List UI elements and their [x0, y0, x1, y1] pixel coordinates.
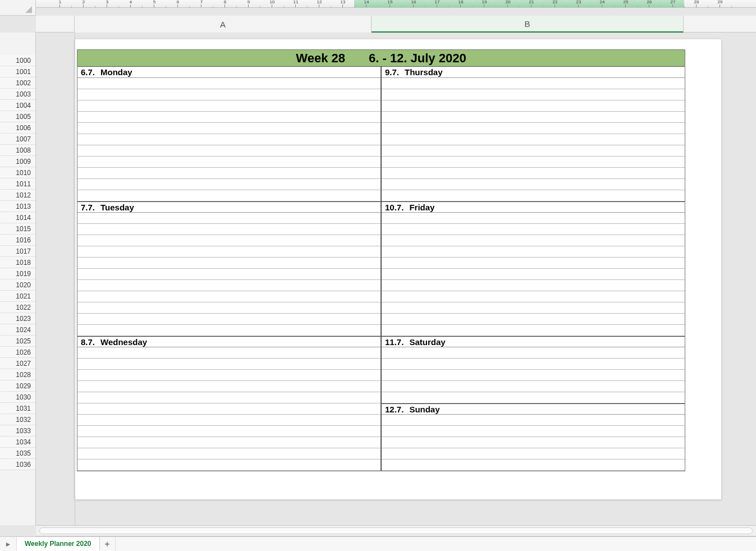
planner-slot[interactable] — [77, 145, 381, 157]
planner-slot[interactable] — [382, 426, 685, 437]
planner-slot[interactable] — [77, 403, 381, 415]
planner-slot[interactable] — [77, 381, 381, 392]
row-header[interactable]: 1020 — [0, 279, 35, 291]
planner-slot[interactable] — [77, 157, 381, 168]
row-header[interactable]: 1001 — [0, 66, 35, 77]
planner-slot[interactable] — [77, 235, 381, 246]
planner-slot[interactable] — [382, 235, 685, 246]
horizontal-scrollbar[interactable] — [36, 525, 756, 536]
planner-slot[interactable] — [77, 258, 381, 269]
planner-slot[interactable] — [382, 415, 685, 426]
planner-slot[interactable] — [382, 134, 685, 145]
planner-slot[interactable] — [382, 460, 685, 471]
row-header[interactable]: 1028 — [0, 369, 35, 380]
planner-slot[interactable] — [77, 179, 381, 190]
planner-slot[interactable] — [382, 448, 685, 460]
planner-slot[interactable] — [77, 302, 381, 314]
row-header[interactable]: 1023 — [0, 313, 35, 324]
row-header[interactable]: 1032 — [0, 414, 35, 425]
planner-slot[interactable] — [382, 314, 685, 325]
row-header[interactable]: 1036 — [0, 459, 35, 470]
row-header[interactable]: 1010 — [0, 167, 35, 178]
planner-slot[interactable] — [77, 426, 381, 437]
planner-slot[interactable] — [382, 246, 685, 258]
row-header[interactable]: 1022 — [0, 302, 35, 313]
planner-slot[interactable] — [77, 246, 381, 258]
row-header[interactable]: 1018 — [0, 257, 35, 268]
row-header[interactable]: 1035 — [0, 448, 35, 459]
row-header[interactable]: 1007 — [0, 134, 35, 145]
planner-slot[interactable] — [77, 325, 381, 336]
planner-slot[interactable] — [77, 437, 381, 448]
planner-slot[interactable] — [77, 359, 381, 370]
planner-slot[interactable] — [382, 302, 685, 314]
planner-slot[interactable] — [382, 370, 685, 381]
row-header[interactable]: 1015 — [0, 223, 35, 235]
planner-slot[interactable] — [77, 134, 381, 145]
row-header[interactable]: 1017 — [0, 246, 35, 257]
planner-slot[interactable] — [77, 168, 381, 179]
planner-slot[interactable] — [382, 392, 685, 403]
row-header[interactable]: 1002 — [0, 77, 35, 89]
planner-slot[interactable] — [382, 359, 685, 370]
tab-nav-button[interactable]: ► — [0, 537, 17, 551]
planner-slot[interactable] — [77, 291, 381, 302]
sheet-tab-active[interactable]: Weekly Planner 2020 — [17, 537, 100, 551]
planner-slot[interactable] — [77, 415, 381, 426]
planner-slot[interactable] — [382, 258, 685, 269]
planner-slot[interactable] — [382, 291, 685, 302]
planner-slot[interactable] — [382, 145, 685, 157]
row-header[interactable]: 1025 — [0, 336, 35, 347]
planner-slot[interactable] — [77, 190, 381, 201]
planner-slot[interactable] — [382, 280, 685, 291]
row-header[interactable]: 1012 — [0, 190, 35, 201]
row-header[interactable]: 1014 — [0, 212, 35, 223]
row-header[interactable]: 1003 — [0, 89, 35, 100]
row-header[interactable]: 1031 — [0, 403, 35, 414]
planner-slot[interactable] — [382, 269, 685, 280]
planner-slot[interactable] — [77, 370, 381, 381]
planner-slot[interactable] — [77, 392, 381, 403]
planner-slot[interactable] — [77, 89, 381, 100]
planner-slot[interactable] — [382, 78, 685, 89]
planner-slot[interactable] — [382, 325, 685, 336]
planner-slot[interactable] — [382, 347, 685, 359]
planner-slot[interactable] — [382, 190, 685, 201]
row-header[interactable]: 1024 — [0, 324, 35, 336]
row-header[interactable]: 1009 — [0, 156, 35, 167]
row-header[interactable]: 1005 — [0, 111, 35, 122]
row-header[interactable]: 1006 — [0, 122, 35, 134]
row-header[interactable]: 1013 — [0, 201, 35, 212]
planner-slot[interactable] — [77, 78, 381, 89]
row-header[interactable]: 1011 — [0, 178, 35, 190]
planner-slot[interactable] — [382, 381, 685, 392]
row-header[interactable]: 1027 — [0, 358, 35, 369]
select-all-corner[interactable] — [0, 0, 36, 16]
horizontal-ruler[interactable]: 1234567891011121314151617181920212223242… — [36, 0, 756, 8]
row-header[interactable]: 1019 — [0, 268, 35, 279]
planner-slot[interactable] — [382, 179, 685, 190]
planner-slot[interactable] — [77, 123, 381, 134]
sheet-canvas[interactable]: Week 28 6. - 12. July 2020 6.7.Monday7.7… — [36, 33, 756, 525]
row-header[interactable]: 1034 — [0, 437, 35, 448]
planner-slot[interactable] — [77, 280, 381, 291]
planner-slot[interactable] — [382, 100, 685, 112]
planner-slot[interactable] — [77, 347, 381, 359]
planner-slot[interactable] — [382, 213, 685, 224]
row-header[interactable]: 1026 — [0, 347, 35, 358]
column-header-a[interactable]: A — [75, 16, 372, 33]
planner-slot[interactable] — [77, 100, 381, 112]
planner-slot[interactable] — [77, 112, 381, 123]
planner-slot[interactable] — [382, 112, 685, 123]
planner-slot[interactable] — [77, 314, 381, 325]
row-header[interactable]: 1008 — [0, 145, 35, 156]
row-header[interactable]: 1016 — [0, 235, 35, 246]
planner-slot[interactable] — [77, 224, 381, 235]
planner-slot[interactable] — [382, 157, 685, 168]
planner-slot[interactable] — [382, 224, 685, 235]
row-header[interactable]: 1033 — [0, 425, 35, 437]
row-header[interactable]: 1004 — [0, 100, 35, 111]
planner-slot[interactable] — [77, 448, 381, 460]
column-header-b[interactable]: B — [372, 16, 684, 33]
scrollbar-track[interactable] — [39, 527, 753, 534]
